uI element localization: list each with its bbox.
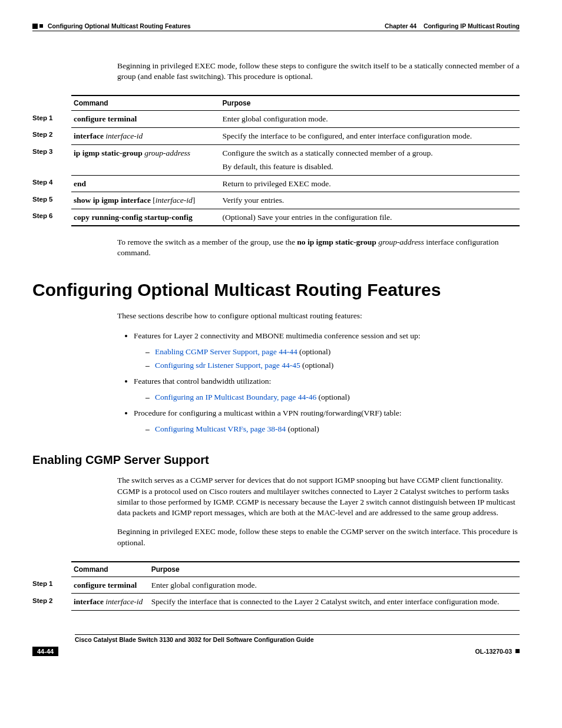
table1-step1-label: Step 1	[32, 111, 71, 128]
table1-step4-cmd: end	[74, 179, 86, 188]
table1-step5-label: Step 5	[32, 192, 71, 209]
bullet-1-dash-2-post: (optional)	[300, 361, 334, 370]
footer-square-icon	[515, 649, 520, 653]
table1-head-purpose: Purpose	[220, 95, 520, 111]
table1-step3-label: Step 3	[32, 144, 71, 175]
table2-head-purpose: Purpose	[149, 562, 520, 577]
remove-paragraph: To remove the switch as a member of the …	[117, 237, 520, 258]
bullet-3: Procedure for configuring a multicast wi…	[134, 407, 520, 436]
bullet-1-dash-1-post: (optional)	[297, 347, 331, 356]
header-rule	[32, 31, 520, 31]
page-number: 44-44	[32, 647, 58, 656]
table1-step3-cmd-italic: group-address	[143, 149, 190, 157]
table1-step6-label: Step 6	[32, 209, 71, 226]
remove-pre: To remove the switch as a member of the …	[117, 238, 297, 246]
header-square-small-icon	[39, 24, 43, 28]
table1-head-command: Command	[71, 95, 220, 111]
table2-step2-cmd-italic: interface-id	[104, 597, 143, 606]
table2-step1-label: Step 1	[32, 577, 71, 594]
cgmp-paragraph-2: Beginning in privileged EXEC mode, follo…	[117, 526, 520, 548]
table1-step5-purpose: Verify your entries.	[220, 192, 520, 209]
link-vrf[interactable]: Configuring Multicast VRFs, page 38-84	[155, 424, 286, 433]
remove-bold: no ip igmp static-group	[297, 238, 376, 246]
table1-step6-cmd: copy running-config startup-config	[74, 213, 193, 222]
bullet-1-text: Features for Layer 2 connectivity and MB…	[134, 331, 421, 340]
steps-table-1: Command Purpose Step 1 configure termina…	[32, 95, 520, 226]
footer-doc-id: OL-13270-03	[475, 648, 512, 655]
link-boundary[interactable]: Configuring an IP Multicast Boundary, pa…	[155, 393, 316, 401]
header-left-text: Configuring Optional Multicast Routing F…	[48, 22, 191, 29]
footer-book-title: Cisco Catalyst Blade Switch 3130 and 303…	[75, 636, 520, 643]
bullet-2-text: Features that control bandwidth utilizat…	[134, 377, 271, 386]
bullet-1: Features for Layer 2 connectivity and MB…	[134, 330, 520, 373]
intro-paragraph-1: Beginning in privileged EXEC mode, follo…	[117, 61, 520, 82]
table1-step5-cmd-bold: show ip igmp interface	[74, 196, 151, 205]
section-heading-h2: Enabling CGMP Server Support	[32, 453, 520, 467]
table1-step4-label: Step 4	[32, 175, 71, 192]
table2-step1-cmd: configure terminal	[74, 581, 137, 589]
header-right-prefix: Chapter 44	[385, 22, 416, 29]
table2-head-command: Command	[71, 562, 149, 577]
intro-paragraph-2: These sections describe how to configure…	[117, 311, 520, 321]
table1-step6-purpose: (Optional) Save your entries in the conf…	[220, 209, 520, 226]
bullet-2-dash-1-post: (optional)	[316, 393, 350, 401]
table1-step1-purpose: Enter global configuration mode.	[220, 111, 520, 128]
cgmp-paragraph-1: The switch serves as a CGMP server for d…	[117, 475, 520, 518]
steps-table-2: Command Purpose Step 1 configure termina…	[32, 561, 520, 611]
bullet-3-dash-1-post: (optional)	[286, 424, 319, 433]
bullet-3-text: Procedure for configuring a multicast wi…	[134, 409, 402, 417]
link-sdr[interactable]: Configuring sdr Listener Support, page 4…	[155, 361, 300, 370]
table1-step1-cmd: configure terminal	[74, 114, 137, 123]
page-header: Configuring Optional Multicast Routing F…	[32, 22, 520, 29]
table2-step2-cmd-bold: interface	[74, 597, 104, 606]
bullet-1-dash-1: Enabling CGMP Server Support, page 44-44…	[155, 345, 520, 359]
bullet-2-dash-1: Configuring an IP Multicast Boundary, pa…	[155, 391, 520, 404]
table2-step1-purpose: Enter global configuration mode.	[149, 577, 520, 594]
table1-step2-purpose: Specify the interface to be configured, …	[220, 127, 520, 144]
footer-bar: 44-44 OL-13270-03	[32, 647, 520, 656]
section-heading-h1: Configuring Optional Multicast Routing F…	[32, 280, 520, 300]
remove-italic: group-address	[376, 238, 424, 246]
link-cgmp[interactable]: Enabling CGMP Server Support, page 44-44	[155, 347, 297, 356]
table1-step5-cmd-italic: interface-id	[156, 196, 193, 205]
table1-step2-label: Step 2	[32, 127, 71, 144]
header-square-icon	[32, 24, 38, 29]
bullet-2: Features that control bandwidth utilizat…	[134, 375, 520, 404]
table1-step3-purpose2: By default, this feature is disabled.	[222, 162, 517, 172]
table1-step2-cmd-bold: interface	[74, 131, 104, 140]
bullet-1-dash-2: Configuring sdr Listener Support, page 4…	[155, 359, 520, 373]
header-right-title: Configuring IP Multicast Routing	[424, 22, 520, 29]
bullet-3-dash-1: Configuring Multicast VRFs, page 38-84 (…	[155, 423, 520, 436]
table1-step4-purpose: Return to privileged EXEC mode.	[220, 175, 520, 192]
table1-step2-cmd-italic: interface-id	[104, 131, 143, 140]
table2-step2-purpose: Specify the interface that is connected …	[149, 594, 520, 611]
table1-step3-purpose: Configure the switch as a statically con…	[222, 149, 432, 157]
table1-step3-cmd-bold: ip igmp static-group	[74, 149, 143, 157]
table2-step2-label: Step 2	[32, 594, 71, 611]
footer-rule	[75, 634, 520, 635]
